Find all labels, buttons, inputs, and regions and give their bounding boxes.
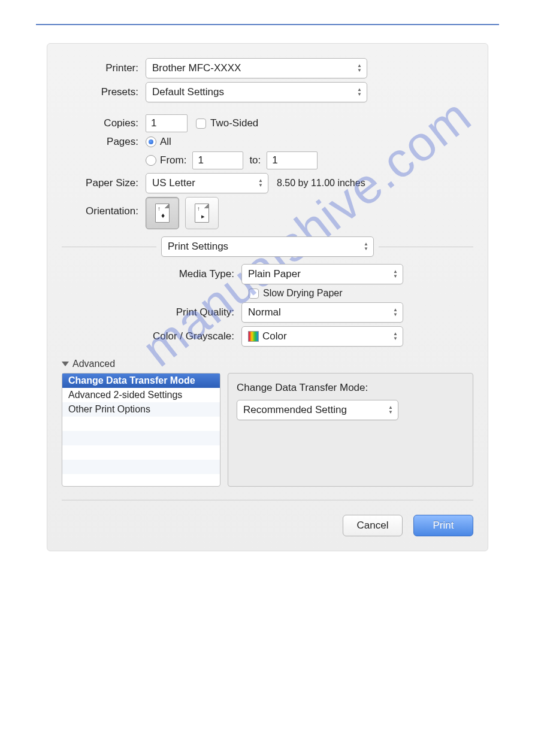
list-item bbox=[62, 431, 220, 445]
print-quality-label: Print Quality: bbox=[62, 306, 241, 318]
media-type-label: Media Type: bbox=[62, 268, 241, 280]
color-chip-icon bbox=[248, 331, 259, 342]
two-sided-label: Two-Sided bbox=[210, 117, 258, 129]
color-value: Color bbox=[262, 330, 287, 342]
slow-drying-label: Slow Drying Paper bbox=[263, 288, 343, 299]
copies-input[interactable]: 1 bbox=[146, 114, 188, 132]
media-type-select[interactable]: Plain Paper ▲▼ bbox=[241, 264, 403, 284]
presets-value: Default Settings bbox=[152, 86, 224, 98]
orientation-landscape[interactable]: ↑ ▸ bbox=[185, 197, 219, 229]
updown-icon: ▲▼ bbox=[257, 178, 264, 189]
advanced-item-other[interactable]: Other Print Options bbox=[62, 402, 220, 417]
pages-from-input[interactable]: 1 bbox=[192, 151, 243, 169]
section-value: Print Settings bbox=[168, 241, 228, 253]
page-portrait-icon: ↑ ♦ bbox=[155, 204, 170, 223]
change-mode-label: Change Data Transfer Mode: bbox=[237, 382, 464, 394]
updown-icon: ▲▼ bbox=[392, 307, 399, 318]
copies-value: 1 bbox=[151, 117, 156, 129]
slow-drying-checkbox[interactable] bbox=[249, 289, 259, 299]
advanced-item-2sided[interactable]: Advanced 2-sided Settings bbox=[62, 388, 220, 402]
printer-value: Brother MFC-XXXX bbox=[152, 62, 241, 74]
orientation-portrait[interactable]: ↑ ♦ bbox=[146, 197, 179, 229]
disclosure-triangle-icon bbox=[62, 362, 69, 366]
pages-all-label: All bbox=[160, 136, 171, 148]
pages-to-value: 1 bbox=[272, 154, 277, 166]
copies-label: Copies: bbox=[62, 117, 146, 129]
advanced-detail: Change Data Transfer Mode: Recommended S… bbox=[228, 373, 473, 487]
presets-select[interactable]: Default Settings ▲▼ bbox=[146, 82, 367, 102]
to-label: to: bbox=[249, 154, 261, 166]
orientation-label: Orientation: bbox=[62, 197, 146, 217]
advanced-list[interactable]: Change Data Transfer Mode Advanced 2-sid… bbox=[62, 373, 220, 487]
print-dialog: manualshive.com Printer: Brother MFC-XXX… bbox=[47, 43, 488, 551]
change-mode-select[interactable]: Recommended Setting ▲▼ bbox=[237, 400, 398, 420]
pages-label: Pages: bbox=[62, 136, 146, 148]
updown-icon: ▲▼ bbox=[392, 269, 399, 280]
advanced-label: Advanced bbox=[72, 359, 115, 369]
page-divider bbox=[36, 24, 499, 25]
paper-size-select[interactable]: US Letter ▲▼ bbox=[146, 173, 268, 193]
print-label: Print bbox=[433, 520, 454, 532]
print-button[interactable]: Print bbox=[413, 515, 473, 536]
media-type-value: Plain Paper bbox=[248, 268, 301, 280]
updown-icon: ▲▼ bbox=[392, 331, 399, 342]
pages-to-input[interactable]: 1 bbox=[267, 151, 318, 169]
pages-from-value: 1 bbox=[198, 154, 203, 166]
advanced-toggle[interactable]: Advanced bbox=[62, 359, 473, 369]
updown-icon: ▲▼ bbox=[356, 63, 363, 74]
change-mode-value: Recommended Setting bbox=[243, 404, 347, 416]
print-quality-select[interactable]: Normal ▲▼ bbox=[241, 302, 403, 323]
list-item bbox=[62, 417, 220, 431]
section-select[interactable]: Print Settings ▲▼ bbox=[161, 236, 374, 257]
page-landscape-icon: ↑ ▸ bbox=[195, 204, 209, 223]
list-item bbox=[62, 445, 220, 460]
color-label: Color / Grayscale: bbox=[62, 330, 241, 342]
list-item bbox=[62, 460, 220, 474]
cancel-button[interactable]: Cancel bbox=[343, 515, 403, 536]
cancel-label: Cancel bbox=[357, 520, 389, 532]
advanced-item-change-data-transfer-mode[interactable]: Change Data Transfer Mode bbox=[62, 374, 220, 388]
printer-label: Printer: bbox=[62, 62, 146, 74]
from-label: From: bbox=[160, 154, 186, 166]
presets-label: Presets: bbox=[62, 86, 146, 98]
color-select[interactable]: Color ▲▼ bbox=[241, 326, 403, 347]
paper-size-label: Paper Size: bbox=[62, 177, 146, 189]
paper-size-value: US Letter bbox=[152, 177, 195, 189]
pages-range-radio[interactable] bbox=[146, 155, 156, 166]
updown-icon: ▲▼ bbox=[362, 241, 370, 252]
print-quality-value: Normal bbox=[248, 306, 281, 318]
pages-all-radio[interactable] bbox=[146, 136, 156, 147]
printer-select[interactable]: Brother MFC-XXXX ▲▼ bbox=[146, 58, 367, 78]
updown-icon: ▲▼ bbox=[387, 405, 394, 415]
paper-dims: 8.50 by 11.00 inches bbox=[277, 178, 365, 189]
updown-icon: ▲▼ bbox=[356, 87, 363, 98]
two-sided-checkbox[interactable] bbox=[196, 119, 206, 129]
